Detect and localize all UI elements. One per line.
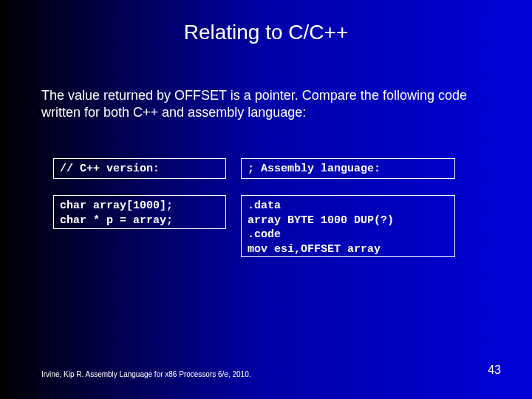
slide: Relating to C/C++ The value returned by …	[0, 0, 532, 399]
asm-header-box: ; Assembly language:	[241, 158, 455, 179]
asm-code-box: .data array BYTE 1000 DUP(?) .code mov e…	[241, 195, 455, 257]
slide-body-text: The value returned by OFFSET is a pointe…	[41, 87, 480, 120]
cpp-header-box: // C++ version:	[53, 158, 226, 179]
slide-title: Relating to C/C++	[0, 21, 532, 44]
page-number: 43	[488, 364, 501, 377]
cpp-code-box: char array[1000]; char * p = array;	[53, 195, 226, 229]
footer-citation: Irvine, Kip R. Assembly Language for x86…	[41, 370, 251, 378]
